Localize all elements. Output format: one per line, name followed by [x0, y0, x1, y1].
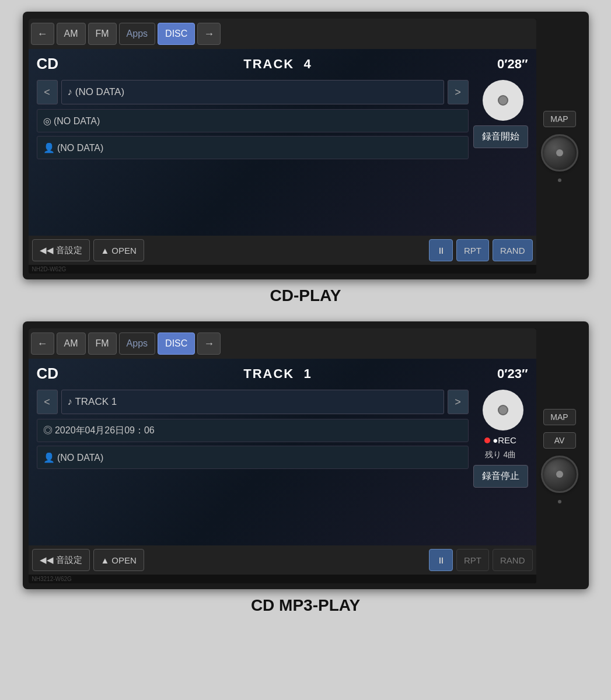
bottom-bar-2: ◀◀ 音設定 ▲ OPEN ⏸ RPT RAND	[29, 545, 536, 575]
nav-disc-btn-2[interactable]: DISC	[158, 332, 195, 355]
rec-status-2: ●REC	[484, 435, 516, 445]
rand-btn-2[interactable]: RAND	[493, 549, 533, 571]
unit1-label: CD-PLAY	[23, 279, 589, 316]
cd-disc-1	[483, 80, 523, 121]
album-row-2: ◎ 2020年04月26日09：06	[37, 419, 469, 442]
nav-disc-btn-1[interactable]: DISC	[158, 23, 195, 45]
track-display-1: ♪ (NO DATA)	[61, 80, 444, 104]
nav-back-btn-2[interactable]: ←	[31, 332, 54, 355]
volume-knob-inner-1	[556, 149, 563, 156]
rec-label-2: ●REC	[493, 435, 516, 445]
right-col-1: 録音開始	[473, 80, 528, 148]
right-controls-2: MAP AV	[536, 409, 583, 503]
stereo-shell-2: ← AM FM Apps DISC → CD TRACK 1 0′2	[23, 321, 589, 589]
screen-area-1: ← AM FM Apps DISC → CD TRACK 4 0′2	[29, 19, 536, 274]
unit2-label: CD MP3-PLAY	[23, 589, 589, 625]
track-next-btn-1[interactable]: >	[448, 80, 469, 104]
sound-icon-1: ◀◀	[40, 245, 54, 256]
rpt-btn-1[interactable]: RPT	[456, 239, 489, 261]
volume-knob-1[interactable]	[541, 134, 578, 172]
open-icon-1: ▲	[101, 246, 110, 256]
rand-btn-1[interactable]: RAND	[493, 239, 533, 261]
nav-fm-btn-1[interactable]: FM	[88, 23, 117, 45]
pause-btn-2[interactable]: ⏸	[429, 549, 453, 571]
model-text-2: NH3212-W62G	[29, 575, 536, 583]
cd-disc-2	[483, 390, 523, 430]
open-btn-2[interactable]: ▲ OPEN	[93, 549, 144, 571]
nav-back-btn-1[interactable]: ←	[31, 23, 54, 45]
track-info-1: TRACK 4	[243, 57, 312, 72]
artist-row-2: 👤 (NO DATA)	[37, 446, 469, 469]
rec-remaining-2: 残り 4曲	[485, 450, 516, 460]
rpt-btn-2[interactable]: RPT	[456, 549, 489, 571]
screen-wrapper-1: ← AM FM Apps DISC → CD TRACK 4 0′2	[29, 19, 536, 274]
cd-inner-2	[498, 405, 508, 415]
nav-am-btn-2[interactable]: AM	[57, 332, 86, 355]
sound-icon-2: ◀◀	[40, 555, 54, 565]
rec-stop-btn-2[interactable]: 録音停止	[473, 465, 528, 488]
time-display-2: 0′23″	[497, 366, 528, 382]
track-prev-btn-1[interactable]: <	[37, 80, 58, 104]
stereo-shell-1: ← AM FM Apps DISC → CD TRACK 4 0′2	[23, 12, 589, 279]
source-label-2: CD	[37, 365, 59, 383]
sound-label-1: 音設定	[56, 245, 82, 256]
volume-knob-2[interactable]	[541, 456, 578, 493]
model-text-1: NH2D-W62G	[29, 265, 536, 274]
bottom-bar-1: ◀◀ 音設定 ▲ OPEN ⏸ RPT RAND	[29, 236, 536, 265]
sound-label-2: 音設定	[56, 555, 82, 566]
track-info-2: TRACK 1	[243, 366, 312, 382]
nav-apps-btn-1[interactable]: Apps	[119, 23, 155, 45]
album-row-1: ◎ (NO DATA)	[37, 109, 469, 132]
map-btn-2[interactable]: MAP	[543, 409, 576, 425]
volume-knob-inner-2	[556, 471, 563, 478]
track-prev-btn-2[interactable]: <	[37, 390, 58, 414]
pause-btn-1[interactable]: ⏸	[429, 239, 453, 261]
open-label-1: OPEN	[111, 246, 137, 256]
open-icon-2: ▲	[101, 555, 110, 565]
nav-am-btn-1[interactable]: AM	[57, 23, 86, 45]
small-indicator-2	[558, 500, 561, 503]
av-btn-2[interactable]: AV	[543, 432, 576, 449]
screen-area-2: ← AM FM Apps DISC → CD TRACK 1 0′2	[29, 328, 536, 583]
source-label-1: CD	[37, 55, 59, 73]
right-controls-1: MAP	[536, 111, 583, 182]
track-display-2: ♪ TRACK 1	[61, 390, 444, 414]
main-content-2: CD TRACK 1 0′23″ < ♪ TRACK 1	[29, 359, 536, 545]
sound-settings-btn-2[interactable]: ◀◀ 音設定	[32, 549, 90, 571]
rec-start-btn-1[interactable]: 録音開始	[473, 125, 528, 148]
map-btn-1[interactable]: MAP	[543, 111, 576, 127]
nav-fm-btn-2[interactable]: FM	[88, 332, 117, 355]
open-label-2: OPEN	[111, 555, 137, 565]
track-next-btn-2[interactable]: >	[448, 390, 469, 414]
top-row-1: CD TRACK 4 0′28″	[37, 55, 528, 73]
main-content-1: CD TRACK 4 0′28″ < ♪ (NO DATA)	[29, 49, 536, 236]
artist-row-1: 👤 (NO DATA)	[37, 136, 469, 159]
rec-dot-2	[484, 438, 490, 443]
right-col-2: ●REC 残り 4曲 録音停止	[473, 390, 528, 488]
screen-wrapper-2: ← AM FM Apps DISC → CD TRACK 1 0′2	[29, 328, 536, 583]
open-btn-1[interactable]: ▲ OPEN	[93, 239, 144, 261]
nav-forward-btn-2[interactable]: →	[197, 332, 221, 355]
cd-mp3-unit: ← AM FM Apps DISC → CD TRACK 1 0′2	[23, 321, 589, 625]
cd-inner-1	[498, 95, 508, 106]
small-indicator-1	[558, 178, 561, 182]
nav-bar-1: ← AM FM Apps DISC →	[29, 19, 536, 49]
nav-apps-btn-2[interactable]: Apps	[119, 332, 155, 355]
top-row-2: CD TRACK 1 0′23″	[37, 365, 528, 383]
time-display-1: 0′28″	[497, 57, 528, 72]
sound-settings-btn-1[interactable]: ◀◀ 音設定	[32, 239, 90, 261]
nav-forward-btn-1[interactable]: →	[197, 23, 221, 45]
track-section-1: < ♪ (NO DATA) >	[37, 80, 469, 104]
nav-bar-2: ← AM FM Apps DISC →	[29, 328, 536, 359]
track-section-2: < ♪ TRACK 1 >	[37, 390, 469, 414]
cd-play-unit: ← AM FM Apps DISC → CD TRACK 4 0′2	[23, 12, 589, 316]
